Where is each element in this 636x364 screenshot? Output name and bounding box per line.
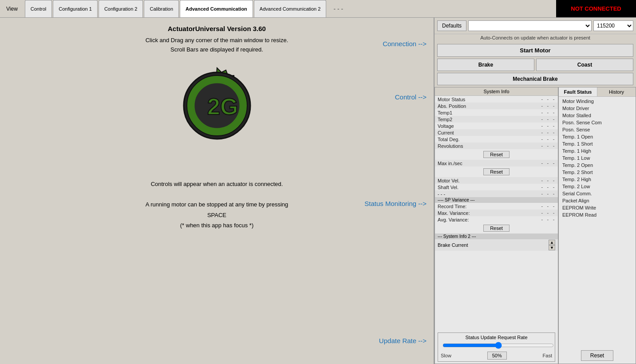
system-info-scroll[interactable]: Motor Status- - -Abs. Position- - -Temp1…: [435, 96, 558, 331]
mechanical-brake-button[interactable]: Mechanical Brake: [437, 73, 633, 85]
start-motor-button[interactable]: Start Motor: [437, 44, 633, 57]
tab-control[interactable]: Control: [25, 0, 52, 17]
fault-item: Temp. 2 High: [559, 176, 636, 183]
info-value: - - -: [541, 123, 555, 129]
tab-config2[interactable]: Configuration 2: [99, 0, 143, 17]
pct-display: 50%: [487, 352, 507, 360]
fault-history-panel: Fault Status History Motor WindingMotor …: [558, 87, 636, 364]
info-label: Voltage: [438, 123, 454, 129]
sp-label: Record Time:: [438, 204, 466, 209]
info-label: Abs. Position: [438, 103, 466, 109]
sp-variance-title: ---- SP Variance ---: [438, 198, 475, 202]
info-row: Current- - -: [435, 129, 558, 136]
sp-info-row: Max. Variance:- - -: [435, 210, 558, 216]
app-version: Version 3.60: [225, 25, 266, 32]
info-value: - - -: [541, 130, 555, 135]
system-info2-title: --- System Info 2 ---: [438, 234, 476, 239]
auto-connect-text: Auto-Connects on update when actuator is…: [435, 34, 636, 42]
fault-item: Packet Align: [559, 197, 636, 204]
fast-label: Fast: [543, 353, 552, 358]
tab-view[interactable]: View: [0, 0, 24, 17]
info-row: Total Deg.- - -: [435, 136, 558, 142]
fault-reset-button[interactable]: Reset: [581, 350, 613, 361]
info-value: - - -: [541, 96, 555, 102]
sp-info-row: Record Time:- - -: [435, 203, 558, 210]
sys2-scroll-up[interactable]: ▲: [549, 240, 555, 245]
info-value: - - -: [541, 116, 555, 122]
info-value: - - -: [541, 178, 555, 183]
brake-current-label: Brake Current: [438, 242, 468, 248]
sp-reset-button[interactable]: Reset: [483, 225, 510, 232]
tab-adv-comm2[interactable]: Advanced Communication 2: [254, 0, 327, 17]
msg3: SPACE: [7, 210, 427, 220]
info-row: Motor Vel.- - -: [435, 177, 558, 184]
fault-history-tabs: Fault Status History: [559, 87, 636, 97]
fault-item: Temp. 1 Open: [559, 133, 636, 140]
sp-label: Avg. Variance:: [438, 217, 469, 222]
sys2-scroll-down[interactable]: ▼: [549, 245, 555, 250]
fault-item: Temp. 1 Short: [559, 140, 636, 147]
status-update-title: Status Update Request Rate: [441, 335, 552, 340]
system-info-left: System Info Motor Status- - -Abs. Positi…: [435, 87, 558, 364]
connection-status: NOT CONNECTED: [556, 0, 636, 17]
info-label: - - -: [438, 191, 445, 197]
sp-label: Max. Variance:: [438, 210, 470, 216]
logo-area: 2G: [7, 63, 427, 170]
info-label: Shaft Vel.: [438, 185, 458, 190]
info-row: - - -- - -: [435, 190, 558, 197]
fault-item: EEPROM Read: [559, 211, 636, 218]
port-select[interactable]: [468, 20, 592, 31]
brake-coast-row: Brake Coast: [437, 59, 633, 71]
brake-button[interactable]: Brake: [437, 59, 534, 71]
info-value: - - -: [541, 143, 555, 149]
connection-row: Defaults 115200 9600 57600: [435, 18, 636, 34]
svg-text:2G: 2G: [207, 94, 238, 119]
status-update-section: Status Update Request Rate Slow 50% Fast: [438, 332, 555, 362]
info-label: Total Deg.: [438, 137, 460, 142]
info-value: - - -: [541, 160, 555, 166]
update-arrow-label: Update Rate -->: [379, 337, 427, 344]
app-logo: 2G: [164, 63, 270, 170]
motor-controls: Start Motor Brake Coast Mechanical Brake: [435, 42, 636, 87]
system-info-wrapper: System Info Motor Status- - -Abs. Positi…: [435, 87, 636, 364]
slow-label: Slow: [441, 353, 451, 358]
info-value: - - -: [541, 110, 555, 115]
sp-info-row: Avg. Variance:- - -: [435, 216, 558, 223]
instruction-line2: Scroll Bars are displayed if required.: [7, 45, 427, 55]
info-label: Max in./sec: [438, 161, 462, 166]
baud-select[interactable]: 115200 9600 57600: [593, 20, 633, 31]
left-panel: ActuatorUniversal Version 3.60 Click and…: [0, 18, 434, 364]
fault-item: Posn. Sense Com: [559, 119, 636, 126]
defaults-button[interactable]: Defaults: [437, 20, 466, 31]
history-tab[interactable]: History: [597, 87, 636, 96]
fault-item: Temp. 2 Short: [559, 169, 636, 176]
control-arrow-label: Control -->: [395, 93, 427, 101]
connection-arrow-label: Connection -->: [383, 40, 427, 47]
info-label: Temp1: [438, 110, 452, 115]
info-label: Motor Vel.: [438, 178, 460, 183]
maxinsec-reset-button[interactable]: Reset: [483, 168, 510, 175]
fault-item: Temp. 1 Low: [559, 154, 636, 162]
info-row: Temp1- - -: [435, 109, 558, 116]
sp-value: - - -: [541, 217, 555, 222]
pct-row: Slow 50% Fast: [441, 352, 552, 360]
fault-status-tab[interactable]: Fault Status: [559, 87, 597, 96]
fault-item: Serial Comm.: [559, 190, 636, 197]
coast-button[interactable]: Coast: [536, 59, 633, 71]
update-rate-slider[interactable]: [442, 342, 554, 349]
bottom-text: Controls will appear when an actuator is…: [7, 179, 427, 231]
system-info-header: System Info: [435, 87, 558, 96]
header-dots: - - -: [326, 0, 350, 17]
app-title: ActuatorUniversal Version 3.60: [7, 25, 427, 32]
tab-config1[interactable]: Configuration 1: [53, 0, 98, 17]
info-row: Revolutions- - -: [435, 142, 558, 149]
instructions: Click and Drag any corner of the main wi…: [7, 36, 427, 55]
fault-item: EEPROM Write: [559, 204, 636, 211]
tab-adv-comm1[interactable]: Advanced Communication: [180, 0, 253, 17]
tab-calibration[interactable]: Calibration: [144, 0, 179, 17]
info-value: - - -: [541, 103, 555, 109]
revolutions-reset-button[interactable]: Reset: [483, 151, 510, 158]
sp-value: - - -: [541, 210, 555, 216]
info-value: - - -: [541, 136, 555, 142]
fault-item: Posn. Sense: [559, 126, 636, 133]
